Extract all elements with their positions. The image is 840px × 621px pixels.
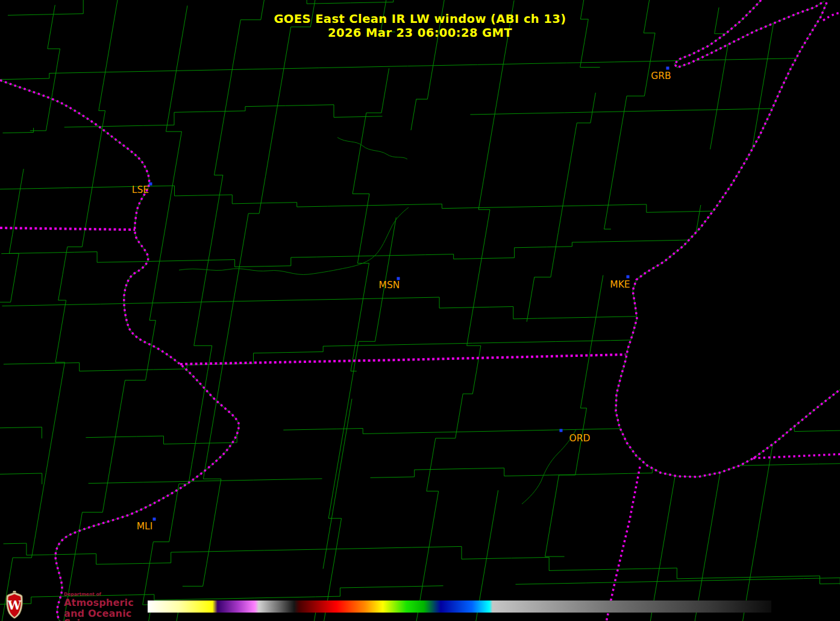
city-label-MKE: MKE xyxy=(610,279,630,290)
city-dot-MLI xyxy=(153,518,156,521)
satellite-map-image: GRBLSEMSNMKEORDMLI xyxy=(0,0,840,621)
logo-name-line-1: Atmospheric xyxy=(64,598,148,608)
satellite-viewer: GRBLSEMSNMKEORDMLI GOES East Clean IR LW… xyxy=(0,0,840,621)
uw-crest-icon: W xyxy=(5,591,24,619)
city-label-ORD: ORD xyxy=(569,433,591,444)
city-label-MLI: MLI xyxy=(137,521,153,532)
image-title: GOES East Clean IR LW window (ABI ch 13)… xyxy=(0,12,840,40)
title-line-1: GOES East Clean IR LW window (ABI ch 13) xyxy=(0,12,840,26)
city-dot-GRB xyxy=(666,67,669,70)
city-label-GRB: GRB xyxy=(651,71,671,81)
city-dot-MKE xyxy=(627,276,630,279)
logo-dept-line: Department of xyxy=(64,592,148,597)
title-line-2: 2026 Mar 23 06:00:28 GMT xyxy=(0,26,840,40)
uw-aos-logo: W Department of Atmospheric and Oceanic … xyxy=(4,590,148,620)
city-label-LSE: LSE xyxy=(132,184,149,195)
logo-name-line-2: and Oceanic Sciences xyxy=(64,609,148,621)
city-dot-ORD xyxy=(560,429,563,432)
ir-temperature-colorbar xyxy=(148,601,771,613)
svg-text:W: W xyxy=(7,598,22,613)
city-label-MSN: MSN xyxy=(379,280,400,291)
city-dot-LSE xyxy=(149,183,152,186)
